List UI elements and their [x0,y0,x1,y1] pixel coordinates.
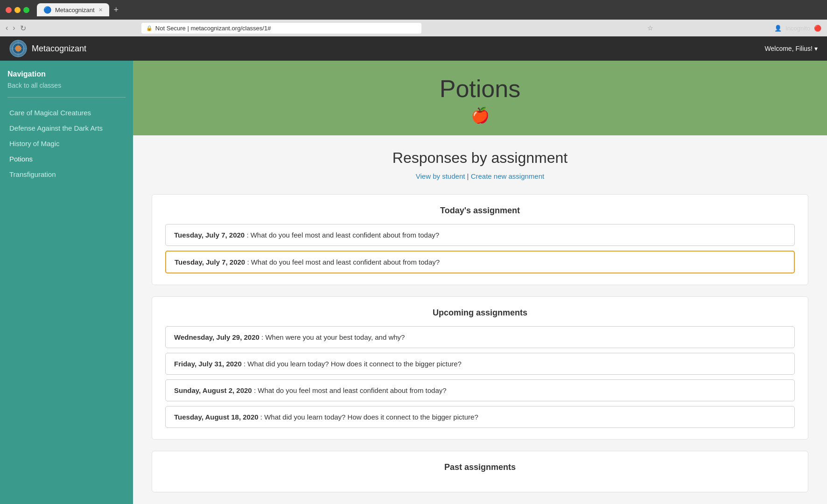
fullscreen-button[interactable] [23,7,29,13]
upcoming-item-1-date: Wednesday, July 29, 2020 [174,333,259,341]
sidebar: Navigation Back to all classes Care of M… [0,61,133,504]
user-icon: 👤 [774,25,782,32]
hero-section: Potions 🍎 [133,61,827,135]
close-button[interactable] [6,7,12,13]
traffic-lights [6,7,29,13]
app-logo-area: Metacognizant [9,40,86,57]
sidebar-item-potions[interactable]: Potions [7,151,126,167]
upcoming-item-2-text: : What did you learn today? How does it … [244,360,462,368]
tab-close-icon[interactable]: ✕ [98,7,103,13]
url-text: Not Secure | metacognizant.org/classes/1… [155,25,271,32]
main-layout: Navigation Back to all classes Care of M… [0,61,827,504]
back-to-classes-link[interactable]: Back to all classes [7,82,61,89]
lock-icon: 🔒 [146,25,153,31]
today-item-2-text: : What do you feel most and least confid… [247,258,440,266]
today-item-1-text: : What do you feel most and least confid… [246,231,439,239]
url-bar[interactable]: 🔒 Not Secure | metacognizant.org/classes… [141,23,421,34]
address-bar: ‹ › ↻ 🔒 Not Secure | metacognizant.org/c… [0,20,827,36]
upcoming-item-4-text: : What did you learn today? How does it … [260,413,478,421]
active-tab[interactable]: 🔵 Metacognizant ✕ [37,3,109,16]
responses-title: Responses by assignment [152,149,808,167]
sidebar-divider [7,97,126,98]
new-tab-button[interactable]: + [114,5,119,15]
link-separator: | [467,172,471,180]
upcoming-section-title: Upcoming assignments [165,308,795,318]
user-area: 👤 Incognito 🔴 [774,25,821,32]
sidebar-item-history[interactable]: History of Magic [7,136,126,151]
upcoming-assignment-item-3[interactable]: Sunday, August 2, 2020 : What do you fee… [165,379,795,401]
minimize-button[interactable] [14,7,21,13]
content-body: Responses by assignment View by student … [133,135,827,504]
today-assignment-item-1[interactable]: Tuesday, July 7, 2020 : What do you feel… [165,224,795,246]
reload-button[interactable]: ↻ [20,24,26,33]
tab-title: Metacognizant [55,7,95,14]
welcome-area: Welcome, Filius! ▾ [765,45,818,52]
tab-bar: 🔵 Metacognizant ✕ + [37,3,821,16]
upcoming-item-2-date: Friday, July 31, 2020 [174,360,242,368]
upcoming-assignment-item-1[interactable]: Wednesday, July 29, 2020 : When were you… [165,326,795,348]
upcoming-item-3-date: Sunday, August 2, 2020 [174,386,252,394]
browser-chrome: 🔵 Metacognizant ✕ + [0,0,827,20]
upcoming-assignment-item-2[interactable]: Friday, July 31, 2020 : What did you lea… [165,353,795,375]
app-name: Metacognizant [32,44,86,54]
bookmark-icon[interactable]: ☆ [647,24,653,32]
upcoming-assignment-section: Upcoming assignments Wednesday, July 29,… [152,296,808,440]
extension-icon: 🔴 [814,25,821,32]
today-assignment-item-2[interactable]: Tuesday, July 7, 2020 : What do you feel… [165,251,795,273]
view-by-student-link[interactable]: View by student [416,172,465,180]
welcome-label: Welcome, Filius! [765,45,813,52]
app-logo-icon [9,40,27,57]
sidebar-nav-label: Navigation [7,70,126,78]
past-section-title: Past assignments [165,462,795,472]
forward-nav-button[interactable]: › [13,24,15,32]
upcoming-item-3-text: : What do you feel most and least confid… [254,386,447,394]
todays-section-title: Today's assignment [165,206,795,216]
content-area: Potions 🍎 Responses by assignment View b… [133,61,827,504]
todays-assignment-section: Today's assignment Tuesday, July 7, 2020… [152,194,808,285]
page-title: Potions [142,75,818,103]
sidebar-item-care[interactable]: Care of Magical Creatures [7,105,126,120]
hero-apple-icon: 🍎 [142,106,818,124]
sidebar-item-defense[interactable]: Defense Against the Dark Arts [7,120,126,136]
upcoming-assignment-item-4[interactable]: Tuesday, August 18, 2020 : What did you … [165,406,795,428]
upcoming-item-1-text: : When were you at your best today, and … [261,333,405,341]
app-header: Metacognizant Welcome, Filius! ▾ [0,36,827,61]
responses-links: View by student | Create new assignment [152,172,808,180]
today-item-2-date: Tuesday, July 7, 2020 [175,258,245,266]
tab-favicon: 🔵 [43,6,51,14]
back-nav-button[interactable]: ‹ [6,24,8,32]
welcome-dropdown-icon[interactable]: ▾ [814,45,818,52]
create-new-assignment-link[interactable]: Create new assignment [471,172,545,180]
sidebar-item-transfiguration[interactable]: Transfiguration [7,167,126,182]
upcoming-item-4-date: Tuesday, August 18, 2020 [174,413,259,421]
past-assignment-section: Past assignments [152,451,808,492]
today-item-1-date: Tuesday, July 7, 2020 [174,231,245,239]
incognito-label: Incognito [785,25,810,32]
